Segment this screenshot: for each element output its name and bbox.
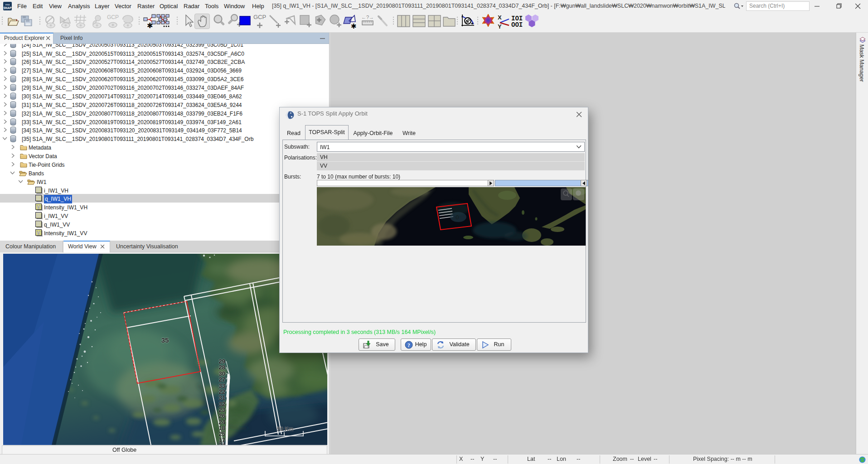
svg-text:27: 27 xyxy=(219,376,225,383)
svg-text:SNAP: SNAP xyxy=(3,6,12,10)
svg-text:OOI: OOI xyxy=(511,21,523,28)
svg-text:X: X xyxy=(498,14,502,21)
svg-text:25: 25 xyxy=(219,430,225,437)
svg-text:V: V xyxy=(37,230,40,235)
svg-text:0: 0 xyxy=(456,214,459,221)
svg-text:✱: ✱ xyxy=(147,22,153,29)
svg-text:←?→: ←?→ xyxy=(362,14,373,20)
svg-text:35: 35 xyxy=(161,336,169,344)
svg-text:31: 31 xyxy=(219,394,225,401)
svg-text:26: 26 xyxy=(219,412,225,419)
svg-text:34: 34 xyxy=(219,442,226,445)
svg-text:esa: esa xyxy=(5,3,10,6)
svg-text:Y: Y xyxy=(498,23,502,29)
svg-text:GCP: GCP xyxy=(107,14,119,20)
svg-text:GCP: GCP xyxy=(253,14,266,20)
svg-text:✱: ✱ xyxy=(351,22,357,29)
svg-text:?: ? xyxy=(407,342,410,348)
svg-text:50 Km: 50 Km xyxy=(277,426,293,432)
svg-text:V: V xyxy=(37,204,40,210)
svg-text:28: 28 xyxy=(219,364,225,371)
